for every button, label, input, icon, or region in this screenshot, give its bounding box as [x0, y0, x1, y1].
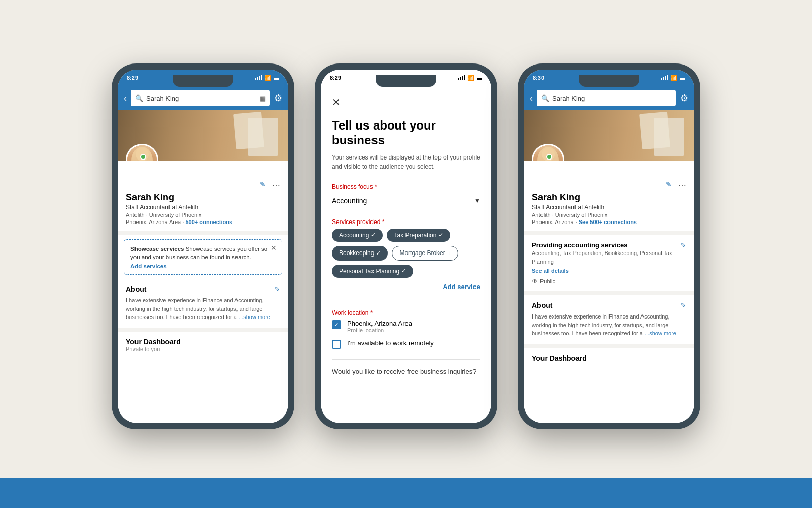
business-focus-dropdown[interactable]: Accounting ▼	[332, 194, 480, 208]
bar1r	[661, 78, 662, 80]
services-card-right: Providing accounting services Accounting…	[524, 235, 694, 295]
bar4	[261, 75, 262, 80]
bar4r	[667, 75, 668, 80]
connections-right[interactable]: See 500+ connections	[579, 219, 637, 225]
business-focus-value: Accounting	[332, 197, 367, 205]
gear-icon-left[interactable]: ⚙	[274, 92, 282, 104]
time-right: 8:30	[533, 75, 544, 81]
modal-screen: 8:29 📶 ▬ ✕ Tell us a	[321, 70, 491, 423]
bar3r	[665, 76, 666, 80]
search-icon-right: 🔍	[541, 94, 549, 102]
dashboard-title-left: Your Dashboard	[126, 338, 280, 346]
checkbox-check-phoenix: ✓	[334, 321, 339, 328]
search-text-right: Sarah King	[552, 94, 672, 102]
personal-tax-label: Personal Tax Planning	[339, 268, 399, 275]
dashboard-title-right: Your Dashboard	[532, 354, 686, 362]
phone-right: 8:30 📶 ▬ ‹ 🔍 Sarah King	[518, 64, 700, 429]
show-more-right[interactable]: ...show more	[645, 330, 676, 336]
profile-location-left: Phoenix, Arizona Area · 500+ connections	[126, 219, 280, 225]
bottom-bar	[0, 478, 812, 508]
public-badge: 👁 Public	[532, 278, 686, 285]
remote-label: I'm available to work remotely	[347, 339, 434, 347]
eye-icon: 👁	[532, 278, 538, 285]
profile-name-left: Sarah King	[126, 192, 280, 203]
services-list-right: Accounting, Tax Preparation, Bookkeeping…	[532, 249, 680, 266]
services-grid: Accounting ✓ Tax Preparation ✓ Bookkeepi…	[332, 229, 480, 278]
profile-name-right: Sarah King	[532, 192, 686, 203]
wifi-icon-right: 📶	[670, 75, 678, 81]
phone-notch-middle	[376, 75, 436, 87]
signal-right	[661, 75, 668, 80]
about-title-left: About	[126, 285, 146, 293]
connections-left[interactable]: 500+ connections	[185, 219, 232, 225]
service-chip-bookkeeping[interactable]: Bookkeeping ✓	[332, 246, 388, 261]
more-icon-right[interactable]: ⋯	[678, 180, 686, 190]
showcase-banner-left: ✕ Showcase services Showcase services yo…	[124, 239, 282, 275]
bar2m	[460, 77, 461, 80]
about-edit-right[interactable]: ✎	[680, 301, 686, 309]
inquiries-section: Would you like to receive free business …	[332, 368, 480, 375]
profile-title-left: Staff Accountant at Antelith	[126, 204, 280, 211]
showcase-text-left: Showcase services Showcase services you …	[130, 245, 276, 261]
back-button-left[interactable]: ‹	[124, 93, 127, 104]
show-more-left[interactable]: ...show more	[239, 314, 270, 320]
edit-icon-right[interactable]: ✎	[666, 180, 672, 190]
modal-close-button[interactable]: ✕	[332, 96, 480, 108]
service-chip-tax-preparation[interactable]: Tax Preparation ✓	[387, 229, 450, 242]
about-section-right: About ✎ I have extensive experience in F…	[524, 295, 694, 348]
back-button-right[interactable]: ‹	[530, 93, 533, 104]
profile-location-right: Phoenix, Arizona · See 500+ connections	[532, 219, 686, 225]
business-focus-section: Business focus * Accounting ▼	[332, 183, 480, 208]
about-section-left: About ✎ I have extensive experience in F…	[118, 279, 288, 332]
services-edit-icon[interactable]: ✎	[680, 241, 686, 249]
business-focus-label: Business focus *	[332, 183, 480, 190]
signal-left	[255, 75, 262, 80]
phones-container: 8:29 📶 ▬ ‹ 🔍 Sarah King	[112, 64, 700, 444]
services-section: Services provided * Accounting ✓ Tax Pre…	[332, 218, 480, 291]
add-service-link[interactable]: Add service	[332, 283, 480, 291]
service-chip-personal-tax[interactable]: Personal Tax Planning ✓	[332, 265, 413, 278]
about-text-left: I have extensive experience in Finance a…	[126, 296, 280, 322]
work-location-section: Work location * ✓ Phoenix, Arizona Area …	[332, 309, 480, 349]
phone-notch-right	[579, 75, 639, 87]
profile-title-right: Staff Accountant at Antelith	[532, 204, 686, 211]
checkbox-phoenix[interactable]: ✓	[332, 320, 341, 329]
search-icon-left: 🔍	[135, 94, 143, 102]
modal-content: ✕ Tell us about your business Your servi…	[321, 86, 491, 423]
location-option-1: ✓ Phoenix, Arizona Area Profile location	[332, 320, 480, 333]
more-icon-left[interactable]: ⋯	[272, 180, 280, 190]
location-option-2: I'm available to work remotely	[332, 339, 480, 349]
phone-notch-left	[173, 75, 233, 87]
services-card-title: Providing accounting services	[532, 241, 680, 249]
accounting-check: ✓	[371, 232, 376, 238]
qr-icon-left[interactable]: ▦	[260, 94, 266, 102]
cover-doc2-right	[639, 112, 670, 150]
divider-2	[332, 359, 480, 360]
dashboard-right: Your Dashboard	[524, 348, 694, 368]
cover-photo-right	[524, 110, 694, 161]
bar4m	[464, 75, 465, 80]
profile-actions-left: ✎ ⋯	[126, 180, 280, 190]
phone-left: 8:29 📶 ▬ ‹ 🔍 Sarah King	[112, 64, 294, 429]
add-services-link-left[interactable]: Add services	[130, 263, 276, 269]
online-dot-right	[546, 154, 552, 160]
services-card-title-area: Providing accounting services Accounting…	[532, 241, 680, 275]
bar3m	[462, 76, 463, 80]
close-showcase-left[interactable]: ✕	[270, 244, 277, 252]
about-edit-left[interactable]: ✎	[274, 285, 280, 293]
bar1m	[458, 78, 459, 80]
phoenix-sublabel: Profile location	[347, 327, 412, 333]
search-bar-right[interactable]: 🔍 Sarah King	[537, 90, 676, 106]
service-chip-mortgage[interactable]: Mortgage Broker +	[392, 246, 458, 261]
see-all-link[interactable]: See all details	[532, 268, 569, 274]
wifi-icon-left: 📶	[264, 75, 272, 81]
search-text-left: Sarah King	[146, 94, 257, 102]
linkedin-header-left: ‹ 🔍 Sarah King ▦ ⚙	[118, 86, 288, 110]
checkbox-remote[interactable]	[332, 340, 341, 349]
edit-icon-left[interactable]: ✎	[260, 180, 266, 190]
gear-icon-right[interactable]: ⚙	[680, 92, 688, 104]
dashboard-sub-left: Private to you	[126, 346, 280, 352]
service-chip-accounting[interactable]: Accounting ✓	[332, 229, 383, 242]
bar3	[259, 76, 260, 80]
search-bar-left[interactable]: 🔍 Sarah King ▦	[131, 90, 270, 106]
